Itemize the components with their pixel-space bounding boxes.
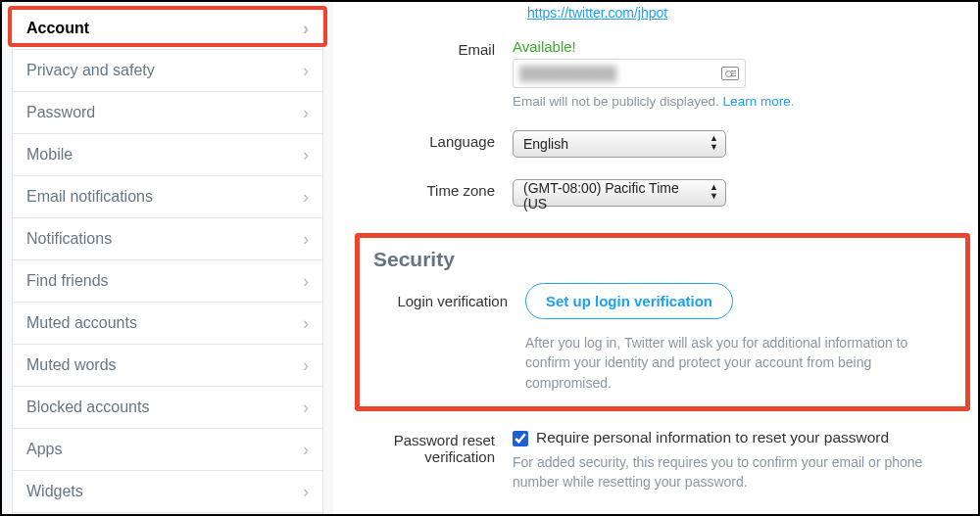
email-label: Email bbox=[361, 38, 513, 58]
chevron-right-icon: › bbox=[303, 356, 309, 374]
password-reset-label: Password resetverification bbox=[361, 429, 513, 465]
chevron-right-icon: › bbox=[303, 20, 309, 37]
sidebar-item-widgets[interactable]: Widgets › bbox=[13, 471, 322, 513]
email-value-masked: ███████████ bbox=[519, 66, 615, 81]
sidebar-list: Account › Privacy and safety › Password … bbox=[12, 7, 323, 516]
email-helper: Email will not be publicly displayed. Le… bbox=[513, 94, 964, 109]
sidebar-item-email-notifications[interactable]: Email notifications › bbox=[13, 176, 322, 218]
sidebar-item-label: Blocked accounts bbox=[26, 399, 149, 416]
sidebar-item-privacy[interactable]: Privacy and safety › bbox=[13, 50, 322, 92]
chevron-right-icon: › bbox=[303, 441, 309, 458]
sidebar-item-label: Muted accounts bbox=[26, 314, 137, 332]
sidebar-item-mobile[interactable]: Mobile › bbox=[13, 134, 322, 176]
sidebar-item-label: Find friends bbox=[26, 272, 109, 290]
require-info-label: Require personal information to reset yo… bbox=[536, 429, 889, 446]
chevron-right-icon: › bbox=[303, 188, 309, 206]
password-reset-desc: For added security, this requires you to… bbox=[513, 452, 964, 493]
sidebar-item-blocked-accounts[interactable]: Blocked accounts › bbox=[13, 387, 322, 429]
chevron-right-icon: › bbox=[303, 230, 309, 248]
sidebar-item-apps[interactable]: Apps › bbox=[13, 429, 322, 471]
timezone-label: Time zone bbox=[361, 179, 513, 199]
sidebar-item-muted-words[interactable]: Muted words › bbox=[13, 345, 322, 387]
sidebar-item-password[interactable]: Password › bbox=[13, 92, 322, 134]
email-status: Available! bbox=[513, 38, 964, 55]
timezone-select[interactable]: (GMT-08:00) Pacific Time (US bbox=[513, 179, 726, 207]
sidebar-item-account[interactable]: Account › bbox=[13, 8, 322, 50]
security-section: Security Login verification Set up login… bbox=[355, 233, 970, 411]
contact-card-icon bbox=[721, 67, 739, 80]
language-select[interactable]: English bbox=[513, 130, 726, 158]
chevron-right-icon: › bbox=[303, 483, 309, 500]
language-label: Language bbox=[361, 130, 513, 150]
email-input[interactable]: ███████████ bbox=[513, 59, 746, 88]
sidebar-item-label: Notifications bbox=[26, 230, 112, 248]
sidebar-item-label: Widgets bbox=[26, 483, 83, 500]
account-settings-panel: https://twitter.com/jhpot Email Availabl… bbox=[333, 2, 978, 514]
chevron-right-icon: › bbox=[303, 272, 309, 290]
setup-login-verification-button[interactable]: Set up login verification bbox=[525, 283, 733, 319]
login-verification-desc: After you log in, Twitter will ask you f… bbox=[525, 333, 952, 393]
learn-more-link[interactable]: Learn more bbox=[723, 94, 791, 109]
sidebar-item-label: Password bbox=[26, 104, 95, 121]
security-heading: Security bbox=[373, 248, 952, 271]
chevron-right-icon: › bbox=[303, 314, 309, 332]
chevron-right-icon: › bbox=[303, 62, 309, 79]
chevron-right-icon: › bbox=[303, 146, 309, 164]
chevron-right-icon: › bbox=[303, 399, 309, 416]
profile-url-link[interactable]: https://twitter.com/jhpot bbox=[527, 5, 667, 21]
sidebar-item-label: Privacy and safety bbox=[26, 62, 155, 79]
sidebar-item-label: Apps bbox=[26, 441, 62, 458]
sidebar-item-muted-accounts[interactable]: Muted accounts › bbox=[13, 303, 322, 345]
sidebar-item-label: Email notifications bbox=[26, 188, 153, 206]
login-verification-label: Login verification bbox=[373, 283, 525, 309]
require-info-checkbox[interactable] bbox=[513, 431, 528, 446]
sidebar-item-label: Account bbox=[26, 20, 89, 37]
sidebar-item-find-friends[interactable]: Find friends › bbox=[13, 260, 322, 303]
sidebar-item-label: Mobile bbox=[26, 146, 73, 164]
sidebar-item-notifications[interactable]: Notifications › bbox=[13, 218, 322, 260]
settings-sidebar: Account › Privacy and safety › Password … bbox=[2, 2, 333, 514]
chevron-right-icon: › bbox=[303, 104, 309, 121]
sidebar-item-label: Muted words bbox=[26, 356, 117, 374]
